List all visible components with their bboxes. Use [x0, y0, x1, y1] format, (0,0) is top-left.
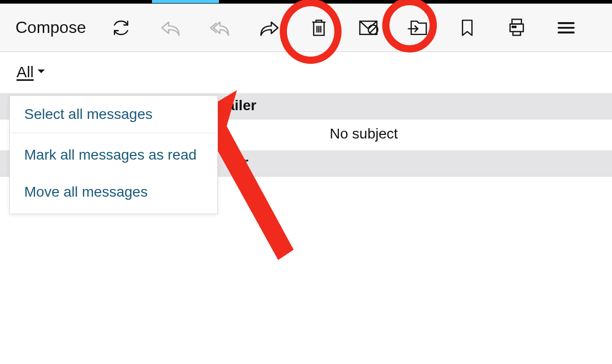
- menu-mark-read[interactable]: Mark all messages as read: [10, 136, 217, 174]
- bookmark-icon[interactable]: [455, 15, 480, 40]
- filter-dropdown-menu: Select all messages Mark all messages as…: [9, 95, 218, 214]
- refresh-icon[interactable]: [109, 15, 133, 40]
- forward-icon[interactable]: [257, 15, 282, 40]
- window-top-border: [0, 0, 612, 4]
- svg-rect-2: [512, 19, 521, 24]
- reply-all-icon[interactable]: [208, 15, 232, 40]
- chevron-down-icon: [37, 67, 46, 77]
- reply-icon[interactable]: [158, 15, 183, 40]
- filter-label: All: [16, 63, 33, 81]
- svg-point-3: [512, 26, 514, 27]
- compose-button[interactable]: Compose: [15, 18, 86, 37]
- move-to-folder-icon[interactable]: [405, 15, 430, 40]
- hamburger-menu-icon[interactable]: [554, 15, 579, 40]
- svg-point-4: [515, 26, 516, 27]
- print-icon[interactable]: [504, 15, 529, 40]
- menu-select-all[interactable]: Select all messages: [10, 96, 217, 133]
- tab-accent: [152, 0, 219, 3]
- toolbar: Compose: [0, 4, 612, 52]
- trash-icon[interactable]: [307, 15, 331, 40]
- menu-move-all[interactable]: Move all messages: [10, 174, 217, 211]
- junk-icon[interactable]: [356, 15, 381, 40]
- filter-dropdown-trigger[interactable]: All: [14, 59, 48, 85]
- toolbar-icons: [109, 15, 599, 40]
